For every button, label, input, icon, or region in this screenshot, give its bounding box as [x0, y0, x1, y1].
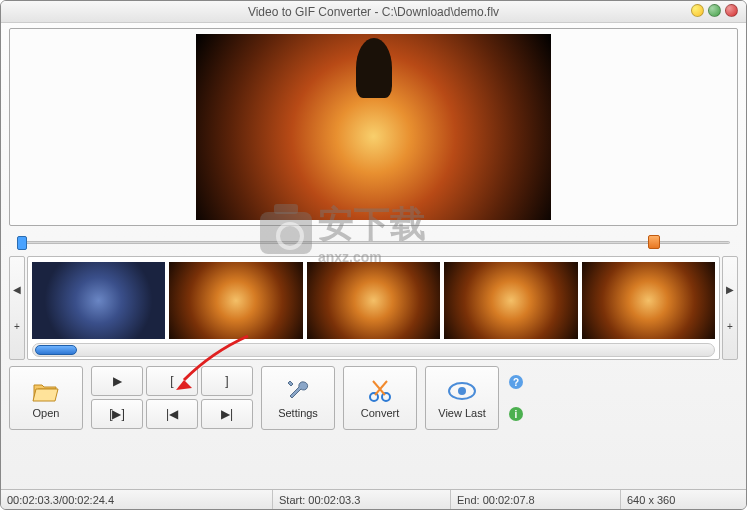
next-frame-button[interactable]: ▶| [201, 399, 253, 429]
thumbnail-1[interactable] [32, 262, 165, 339]
playback-controls: ▶ [ ] [▶] |◀ ▶| [91, 366, 253, 430]
thumbnail-row [32, 262, 715, 339]
window-controls [691, 4, 738, 17]
mark-in-button[interactable]: [ [146, 366, 198, 396]
chevron-left-icon: ◀ [13, 284, 21, 295]
timeline-slider[interactable] [13, 232, 734, 252]
convert-label: Convert [361, 407, 400, 419]
titlebar: Video to GIF Converter - C:\Download\dem… [1, 1, 746, 23]
video-frame[interactable] [196, 34, 551, 220]
status-range: 00:02:03.3/00:02:24.4 [1, 490, 273, 509]
plus-icon: + [14, 321, 20, 332]
view-last-label: View Last [438, 407, 486, 419]
play-range-button[interactable]: [▶] [91, 399, 143, 429]
video-content-figure [356, 38, 392, 98]
filmstrip-next-button[interactable]: ▶ + [722, 256, 738, 360]
filmstrip-area: ◀ + ▶ + [9, 256, 738, 360]
thumbnail-5[interactable] [582, 262, 715, 339]
thumbnail-3[interactable] [307, 262, 440, 339]
eye-icon [447, 377, 477, 405]
statusbar: 00:02:03.3/00:02:24.4 Start: 00:02:03.3 … [1, 489, 746, 509]
main-toolbar: Open ▶ [ ] [▶] |◀ ▶| Settings Con [9, 366, 738, 430]
view-last-button[interactable]: View Last [425, 366, 499, 430]
thumbnail-4[interactable] [444, 262, 577, 339]
filmstrip-scrollbar[interactable] [32, 343, 715, 357]
chevron-right-icon: ▶ [726, 284, 734, 295]
app-window: Video to GIF Converter - C:\Download\dem… [0, 0, 747, 510]
thumbnail-2[interactable] [169, 262, 302, 339]
slider-start-handle[interactable] [17, 236, 27, 250]
help-column: ? i [507, 366, 525, 430]
status-start: Start: 00:02:03.3 [273, 490, 451, 509]
scrollbar-thumb[interactable] [35, 345, 77, 355]
slider-end-handle[interactable] [648, 235, 660, 249]
open-label: Open [33, 407, 60, 419]
help-button[interactable]: ? [509, 375, 523, 389]
settings-label: Settings [278, 407, 318, 419]
close-button[interactable] [725, 4, 738, 17]
content-area: ◀ + ▶ + [1, 23, 746, 489]
video-preview-panel [9, 28, 738, 226]
settings-button[interactable]: Settings [261, 366, 335, 430]
open-button[interactable]: Open [9, 366, 83, 430]
info-button[interactable]: i [509, 407, 523, 421]
convert-button[interactable]: Convert [343, 366, 417, 430]
minimize-button[interactable] [691, 4, 704, 17]
status-end: End: 00:02:07.8 [451, 490, 621, 509]
window-title: Video to GIF Converter - C:\Download\dem… [248, 5, 499, 19]
status-dimensions: 640 x 360 [621, 490, 746, 509]
maximize-button[interactable] [708, 4, 721, 17]
plus-icon: + [727, 321, 733, 332]
slider-track [17, 241, 730, 244]
scissors-icon [365, 377, 395, 405]
prev-frame-button[interactable]: |◀ [146, 399, 198, 429]
tools-icon [283, 377, 313, 405]
svg-point-3 [458, 387, 466, 395]
filmstrip [27, 256, 720, 360]
play-button[interactable]: ▶ [91, 366, 143, 396]
folder-open-icon [31, 377, 61, 405]
mark-out-button[interactable]: ] [201, 366, 253, 396]
filmstrip-prev-button[interactable]: ◀ + [9, 256, 25, 360]
